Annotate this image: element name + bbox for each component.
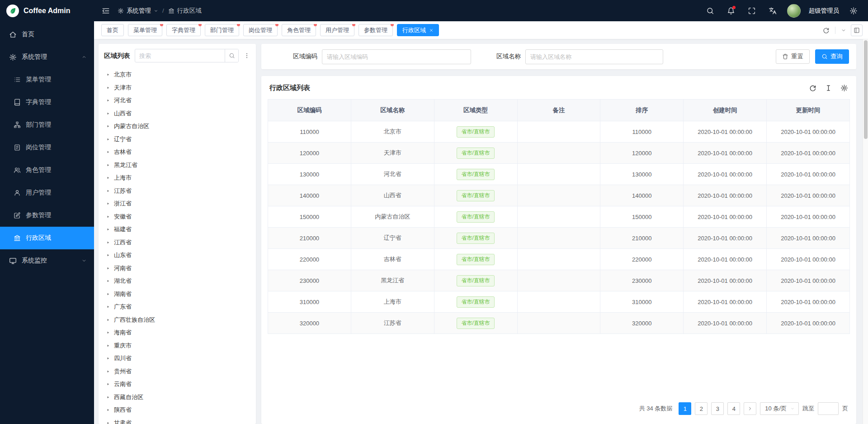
column-settings-icon[interactable] (840, 84, 848, 92)
tree-item[interactable]: 辽宁省 (99, 133, 256, 146)
sidebar-subitem-user[interactable]: 用户管理 (0, 181, 94, 204)
settings-button[interactable] (847, 5, 860, 17)
page-scrollbar[interactable] (863, 39, 868, 424)
tree-item[interactable]: 河北省 (99, 94, 256, 107)
user-name[interactable]: 超级管理员 (809, 7, 840, 15)
tree-item[interactable]: 广西壮族自治区 (99, 314, 256, 327)
tree-item[interactable]: 内蒙古自治区 (99, 120, 256, 133)
tab-param[interactable]: 参数管理 (359, 24, 393, 36)
reset-button[interactable]: 重置 (776, 49, 810, 64)
tree-item[interactable]: 福建省 (99, 223, 256, 236)
translate-button[interactable] (766, 5, 779, 17)
tree-item[interactable]: 黑龙江省 (99, 159, 256, 172)
more-vertical-icon[interactable] (243, 52, 250, 59)
tab-label: 岗位管理 (249, 26, 272, 34)
column-header: 排序 (600, 100, 684, 121)
page-button-1[interactable]: 1 (679, 402, 691, 415)
tree-item[interactable]: 安徽省 (99, 210, 256, 224)
query-button[interactable]: 查询 (815, 49, 849, 64)
tab-home[interactable]: 首页 (101, 24, 124, 36)
sidebar-item-system[interactable]: 系统管理 (0, 46, 94, 68)
sidebar-item-home[interactable]: 首页 (0, 23, 94, 46)
tree-item[interactable]: 天津市 (99, 81, 256, 95)
tree-item[interactable]: 甘肃省 (99, 417, 256, 424)
cell-code: 120000 (268, 143, 351, 164)
caret-right-icon (106, 421, 110, 424)
sidebar-subitem-menu[interactable]: 菜单管理 (0, 68, 94, 91)
region-search-input[interactable] (135, 52, 225, 59)
tree-item[interactable]: 贵州省 (99, 365, 256, 378)
region-search-button[interactable] (225, 49, 238, 62)
scrollbar-thumb[interactable] (864, 40, 868, 139)
cell-sort: 110000 (600, 121, 684, 143)
tab-role[interactable]: 角色管理 (282, 24, 316, 36)
global-search-button[interactable] (704, 5, 717, 17)
tree-item[interactable]: 云南省 (99, 378, 256, 391)
tree-item[interactable]: 山西省 (99, 107, 256, 120)
tab-post[interactable]: 岗位管理 (243, 24, 278, 36)
cell-created: 2020-10-01 00:00:00 (684, 228, 767, 249)
table-refresh-icon[interactable] (809, 84, 816, 92)
layout-settings-button[interactable] (851, 24, 863, 36)
tab-menu[interactable]: 菜单管理 (128, 24, 162, 36)
page-size-select[interactable]: 10 条/页 (760, 402, 799, 415)
breadcrumb-section[interactable]: 系统管理 (118, 7, 158, 15)
close-icon[interactable] (429, 28, 434, 33)
user-avatar[interactable] (787, 4, 801, 18)
tree-item[interactable]: 重庆市 (99, 339, 256, 353)
tree-item[interactable]: 江西省 (99, 236, 256, 249)
notifications-button[interactable] (725, 5, 737, 17)
tree-item-label: 广东省 (114, 303, 132, 311)
breadcrumb-page: 行政区域 (168, 7, 202, 15)
tree-item[interactable]: 吉林省 (99, 146, 256, 159)
sidebar-subitem-role[interactable]: 角色管理 (0, 159, 94, 181)
row-density-icon[interactable] (825, 84, 832, 92)
fullscreen-button[interactable] (745, 5, 758, 17)
region-code-input[interactable] (322, 49, 471, 64)
tree-item[interactable]: 湖北省 (99, 275, 256, 288)
app-logo: Coffee Admin (0, 0, 94, 21)
page-button-2[interactable]: 2 (695, 402, 708, 415)
caret-right-icon (106, 163, 110, 167)
tree-item[interactable]: 四川省 (99, 352, 256, 365)
tab-dot (352, 24, 355, 26)
tree-item[interactable]: 西藏自治区 (99, 391, 256, 404)
sidebar-subitem-region[interactable]: 行政区域 (0, 227, 94, 249)
sidebar-subitem-param[interactable]: 参数管理 (0, 204, 94, 227)
collapse-sidebar-button[interactable] (99, 5, 112, 17)
tree-item[interactable]: 浙江省 (99, 197, 256, 210)
page-button-4[interactable]: 4 (727, 402, 740, 415)
tab-dict[interactable]: 字典管理 (166, 24, 201, 36)
tab-dot (314, 24, 317, 26)
tree-item-label: 浙江省 (114, 200, 132, 208)
tree-item[interactable]: 广东省 (99, 300, 256, 314)
page-button-3[interactable]: 3 (711, 402, 724, 415)
tree-item-label: 内蒙古自治区 (114, 122, 149, 130)
tab-region[interactable]: 行政区域 (397, 24, 439, 36)
caret-right-icon (106, 408, 110, 412)
tab-user[interactable]: 用户管理 (320, 24, 354, 36)
tree-item[interactable]: 山东省 (99, 249, 256, 262)
tree-item[interactable]: 江苏省 (99, 185, 256, 198)
tree-item[interactable]: 北京市 (99, 68, 256, 81)
tab-dept[interactable]: 部门管理 (205, 24, 239, 36)
sidebar-subitem-dept[interactable]: 部门管理 (0, 114, 94, 136)
jump-page-input[interactable] (818, 402, 839, 415)
tree-item[interactable]: 河南省 (99, 262, 256, 275)
sidebar-subitem-dict[interactable]: 字典管理 (0, 91, 94, 114)
cell-created: 2020-10-01 00:00:00 (684, 313, 767, 334)
refresh-page-icon[interactable] (822, 27, 830, 34)
tree-item[interactable]: 海南省 (99, 326, 256, 339)
tabs-menu-chevron-icon[interactable] (841, 28, 846, 33)
sidebar-item-monitor[interactable]: 系统监控 (0, 249, 94, 272)
sidebar-subitem-post[interactable]: 岗位管理 (0, 136, 94, 159)
gear-icon (9, 53, 17, 61)
tree-item[interactable]: 上海市 (99, 172, 256, 185)
cell-type: 省市/直辖市 (434, 313, 517, 334)
region-name-input[interactable] (525, 49, 663, 64)
tree-item[interactable]: 陕西省 (99, 404, 256, 417)
next-page-button[interactable] (744, 402, 756, 415)
region-type-badge: 省市/直辖市 (457, 254, 494, 265)
tree-item[interactable]: 湖南省 (99, 288, 256, 301)
column-header: 备注 (517, 100, 600, 121)
